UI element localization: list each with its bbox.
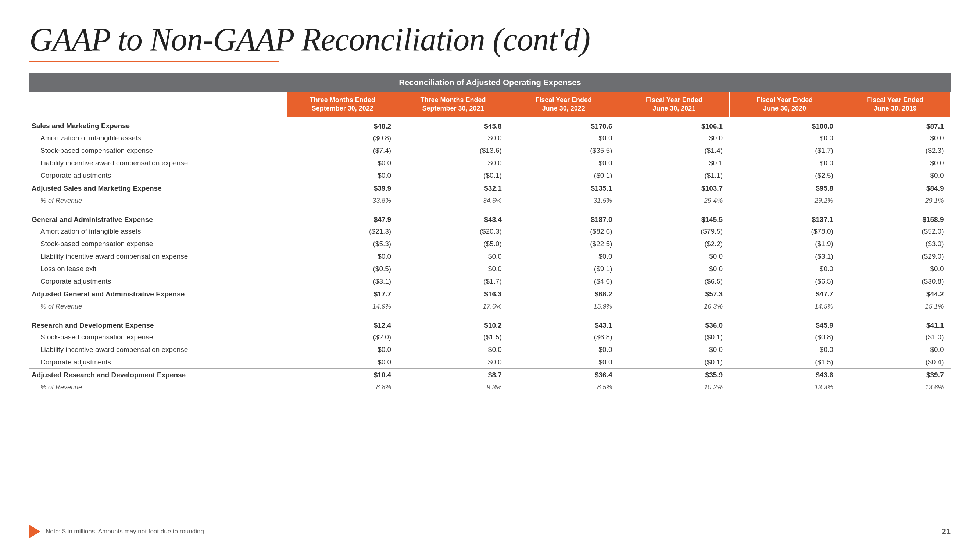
sub-label-0-0: Amortization of intangible assets bbox=[29, 132, 288, 144]
pct-val-1-2: 15.9% bbox=[508, 300, 619, 316]
sub-val-1-3-3: $0.0 bbox=[619, 263, 730, 275]
section-2-sub-row-2: Corporate adjustments$0.0$0.0$0.0($0.1)(… bbox=[29, 356, 951, 369]
main-val-2-1: $10.2 bbox=[398, 316, 508, 331]
sub-val-2-0-2: ($6.8) bbox=[508, 331, 619, 343]
total-label-0: Adjusted Sales and Marketing Expense bbox=[29, 182, 288, 195]
pct-label-0: % of Revenue bbox=[29, 195, 288, 211]
footer-arrow-icon bbox=[29, 525, 40, 538]
main-val-1-2: $187.0 bbox=[508, 211, 619, 225]
sub-val-1-2-2: $0.0 bbox=[508, 250, 619, 263]
sub-val-1-3-2: ($9.1) bbox=[508, 263, 619, 275]
sub-val-1-2-1: $0.0 bbox=[398, 250, 508, 263]
total-val-0-0: $39.9 bbox=[288, 182, 398, 195]
sub-val-2-1-0: $0.0 bbox=[288, 343, 398, 356]
sub-label-0-1: Stock-based compensation expense bbox=[29, 144, 288, 157]
main-val-1-0: $47.9 bbox=[288, 211, 398, 225]
section-2-sub-row-1: Liability incentive award compensation e… bbox=[29, 343, 951, 356]
section-1-sub-row-2: Liability incentive award compensation e… bbox=[29, 250, 951, 263]
sub-val-2-2-5: ($0.4) bbox=[840, 356, 951, 369]
header-col-4: Fiscal Year EndedJune 30, 2021 bbox=[619, 92, 730, 117]
total-val-1-5: $44.2 bbox=[840, 287, 951, 300]
total-val-2-0: $10.4 bbox=[288, 368, 398, 381]
sub-val-0-0-4: $0.0 bbox=[729, 132, 840, 144]
sub-val-1-4-3: ($6.5) bbox=[619, 275, 730, 288]
sub-val-1-1-0: ($5.3) bbox=[288, 238, 398, 250]
section-header: Reconciliation of Adjusted Operating Exp… bbox=[29, 73, 951, 92]
section-1-total-row: Adjusted General and Administrative Expe… bbox=[29, 287, 951, 300]
sub-label-0-3: Corporate adjustments bbox=[29, 169, 288, 182]
sub-val-0-3-5: $0.0 bbox=[840, 169, 951, 182]
sub-val-2-0-1: ($1.5) bbox=[398, 331, 508, 343]
sub-val-0-2-4: $0.0 bbox=[729, 157, 840, 169]
section-0-sub-row-3: Corporate adjustments$0.0($0.1)($0.1)($1… bbox=[29, 169, 951, 182]
sub-val-2-2-0: $0.0 bbox=[288, 356, 398, 369]
main-val-2-5: $41.1 bbox=[840, 316, 951, 331]
total-val-2-1: $8.7 bbox=[398, 368, 508, 381]
section-2-total-row: Adjusted Research and Development Expens… bbox=[29, 368, 951, 381]
sub-val-0-0-1: $0.0 bbox=[398, 132, 508, 144]
section-1-main-row: General and Administrative Expense$47.9$… bbox=[29, 211, 951, 225]
pct-val-1-0: 14.9% bbox=[288, 300, 398, 316]
page-title: GAAP to Non-GAAP Reconciliation (cont'd) bbox=[29, 22, 951, 58]
reconciliation-table: Three Months EndedSeptember 30, 2022 Thr… bbox=[29, 92, 951, 397]
main-val-0-0: $48.2 bbox=[288, 117, 398, 132]
sub-val-2-1-4: $0.0 bbox=[729, 343, 840, 356]
pct-val-2-1: 9.3% bbox=[398, 381, 508, 397]
sub-val-2-1-3: $0.0 bbox=[619, 343, 730, 356]
main-label-2: Research and Development Expense bbox=[29, 316, 288, 331]
sub-val-1-3-0: ($0.5) bbox=[288, 263, 398, 275]
sub-val-2-2-2: $0.0 bbox=[508, 356, 619, 369]
section-0-pct-row: % of Revenue33.8%34.6%31.5%29.4%29.2%29.… bbox=[29, 195, 951, 211]
pct-label-2: % of Revenue bbox=[29, 381, 288, 397]
pct-label-1: % of Revenue bbox=[29, 300, 288, 316]
sub-val-1-4-1: ($1.7) bbox=[398, 275, 508, 288]
sub-val-1-2-0: $0.0 bbox=[288, 250, 398, 263]
pct-val-2-4: 13.3% bbox=[729, 381, 840, 397]
pct-val-2-3: 10.2% bbox=[619, 381, 730, 397]
total-val-2-4: $43.6 bbox=[729, 368, 840, 381]
section-0-main-row: Sales and Marketing Expense$48.2$45.8$17… bbox=[29, 117, 951, 132]
main-label-0: Sales and Marketing Expense bbox=[29, 117, 288, 132]
sub-val-2-0-4: ($0.8) bbox=[729, 331, 840, 343]
sub-val-0-1-2: ($35.5) bbox=[508, 144, 619, 157]
header-col-5: Fiscal Year EndedJune 30, 2020 bbox=[729, 92, 840, 117]
title-underline bbox=[29, 60, 279, 62]
sub-label-1-3: Loss on lease exit bbox=[29, 263, 288, 275]
sub-val-0-3-3: ($1.1) bbox=[619, 169, 730, 182]
header-col-6: Fiscal Year EndedJune 30, 2019 bbox=[840, 92, 951, 117]
sub-val-1-2-5: ($29.0) bbox=[840, 250, 951, 263]
main-val-2-0: $12.4 bbox=[288, 316, 398, 331]
title-area: GAAP to Non-GAAP Reconciliation (cont'd) bbox=[29, 22, 951, 62]
total-val-0-4: $95.8 bbox=[729, 182, 840, 195]
pct-val-2-0: 8.8% bbox=[288, 381, 398, 397]
main-val-0-2: $170.6 bbox=[508, 117, 619, 132]
sub-val-1-2-4: ($3.1) bbox=[729, 250, 840, 263]
sub-val-0-1-4: ($1.7) bbox=[729, 144, 840, 157]
pct-val-0-2: 31.5% bbox=[508, 195, 619, 211]
sub-val-0-0-5: $0.0 bbox=[840, 132, 951, 144]
section-0-sub-row-0: Amortization of intangible assets($0.8)$… bbox=[29, 132, 951, 144]
total-val-2-2: $36.4 bbox=[508, 368, 619, 381]
sub-val-0-3-4: ($2.5) bbox=[729, 169, 840, 182]
total-val-0-2: $135.1 bbox=[508, 182, 619, 195]
section-2-pct-row: % of Revenue8.8%9.3%8.5%10.2%13.3%13.6% bbox=[29, 381, 951, 397]
sub-label-2-1: Liability incentive award compensation e… bbox=[29, 343, 288, 356]
table-header-row: Three Months EndedSeptember 30, 2022 Thr… bbox=[29, 92, 951, 117]
pct-val-1-4: 14.5% bbox=[729, 300, 840, 316]
section-1-sub-row-1: Stock-based compensation expense($5.3)($… bbox=[29, 238, 951, 250]
main-val-1-5: $158.9 bbox=[840, 211, 951, 225]
total-val-1-2: $68.2 bbox=[508, 287, 619, 300]
main-val-1-1: $43.4 bbox=[398, 211, 508, 225]
sub-val-0-2-5: $0.0 bbox=[840, 157, 951, 169]
main-val-1-4: $137.1 bbox=[729, 211, 840, 225]
sub-label-1-2: Liability incentive award compensation e… bbox=[29, 250, 288, 263]
sub-val-1-1-4: ($1.9) bbox=[729, 238, 840, 250]
sub-val-1-1-3: ($2.2) bbox=[619, 238, 730, 250]
sub-val-2-0-5: ($1.0) bbox=[840, 331, 951, 343]
sub-label-1-4: Corporate adjustments bbox=[29, 275, 288, 288]
sub-val-0-2-1: $0.0 bbox=[398, 157, 508, 169]
sub-val-0-1-0: ($7.4) bbox=[288, 144, 398, 157]
sub-val-0-2-0: $0.0 bbox=[288, 157, 398, 169]
pct-val-0-5: 29.1% bbox=[840, 195, 951, 211]
total-label-1: Adjusted General and Administrative Expe… bbox=[29, 287, 288, 300]
